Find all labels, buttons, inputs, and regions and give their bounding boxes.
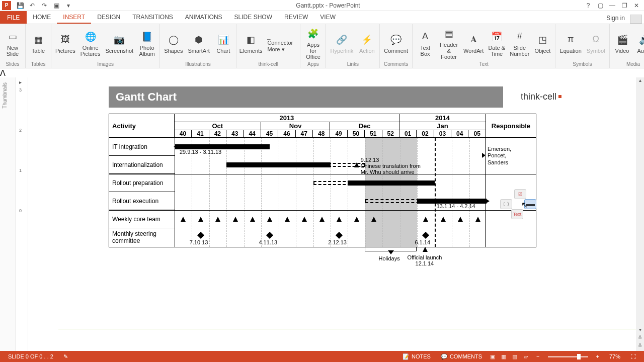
slide-area[interactable]: Gantt Chart think-cell Activity20132014R… bbox=[28, 77, 644, 351]
milestone-icon[interactable] bbox=[198, 217, 203, 222]
vertical-scrollbar[interactable]: ▴ ▾ ≙ ≚ bbox=[636, 77, 644, 351]
milestone-icon[interactable] bbox=[337, 217, 342, 222]
tab-animations[interactable]: ANIMATIONS bbox=[179, 12, 228, 24]
ribbon-group-tables: ▦TableTables bbox=[26, 24, 51, 68]
notes-button[interactable]: 📝 NOTES bbox=[397, 353, 436, 360]
tab-insert[interactable]: INSERT bbox=[57, 12, 91, 24]
text-box-button[interactable]: ATextBox bbox=[415, 29, 436, 58]
diamond-milestone-icon[interactable] bbox=[336, 232, 343, 239]
customize-qat-icon[interactable]: ▾ bbox=[64, 2, 72, 10]
tab-home[interactable]: HOME bbox=[27, 12, 57, 24]
collapse-ribbon-icon[interactable]: ᐱ bbox=[0, 69, 6, 77]
undo-icon[interactable]: ↶ bbox=[28, 2, 36, 10]
reading-view-icon[interactable]: ▤ bbox=[509, 352, 520, 360]
milestone-icon[interactable] bbox=[423, 217, 428, 222]
shapes-button[interactable]: ◯Shapes bbox=[162, 32, 185, 55]
tab-design[interactable]: DESIGN bbox=[91, 12, 126, 24]
equation-button[interactable]: πEquation bbox=[557, 32, 583, 55]
close-icon[interactable]: ✕ bbox=[632, 1, 641, 10]
thumbnails-pane[interactable]: Thumbnails ▸ bbox=[0, 77, 16, 351]
redo-icon[interactable]: ↷ bbox=[40, 2, 48, 10]
smartart-button[interactable]: ⬢SmartArt bbox=[186, 32, 211, 55]
gantt-bar[interactable] bbox=[348, 180, 434, 186]
object-button[interactable]: ◳Object bbox=[532, 32, 553, 55]
milestone-icon[interactable] bbox=[354, 217, 359, 222]
scroll-down-icon[interactable]: ▾ bbox=[636, 327, 644, 335]
zoom-in-icon[interactable]: + bbox=[591, 353, 604, 359]
restore-icon[interactable]: ❐ bbox=[620, 1, 629, 10]
radial-text-icon[interactable]: Text bbox=[511, 209, 523, 219]
milestone-icon[interactable] bbox=[215, 217, 220, 222]
prev-slide-icon[interactable]: ≙ bbox=[636, 335, 644, 343]
diamond-milestone-icon[interactable] bbox=[266, 232, 273, 239]
official-launch-milestone-icon[interactable] bbox=[423, 247, 428, 252]
tab-review[interactable]: REVIEW bbox=[278, 12, 314, 24]
think-cell-radial-menu[interactable]: ☑ 〔 〕 ▬▬ Text ↖ bbox=[500, 192, 540, 222]
milestone-icon[interactable] bbox=[233, 217, 238, 222]
radial-bracket-icon[interactable]: 〔 〕 bbox=[500, 199, 512, 209]
milestone-icon[interactable] bbox=[181, 217, 186, 222]
fit-to-window-icon[interactable]: ⛶ bbox=[625, 353, 641, 359]
milestone-icon[interactable] bbox=[371, 217, 376, 222]
photo-album-button[interactable]: 📘PhotoAlbum bbox=[136, 29, 157, 58]
new-slide-button[interactable]: ▭NewSlide bbox=[2, 29, 23, 58]
minimize-icon[interactable]: — bbox=[608, 1, 617, 10]
milestone-icon[interactable] bbox=[458, 217, 463, 222]
activity-label: Monthly steering committee bbox=[109, 228, 175, 246]
header-footer-button[interactable]: ▤Header& Footer bbox=[437, 26, 461, 61]
audio-button[interactable]: 🔊Audio bbox=[634, 32, 645, 55]
zoom-out-icon[interactable]: − bbox=[531, 353, 544, 359]
next-slide-icon[interactable]: ≚ bbox=[636, 343, 644, 351]
scroll-up-icon[interactable]: ▴ bbox=[636, 77, 644, 85]
gantt-chart[interactable]: Activity20132014ResponsibleOctNovDecJan4… bbox=[109, 114, 536, 267]
connector-button[interactable]: ⎯ Connector bbox=[267, 34, 295, 46]
tab-slide-show[interactable]: SLIDE SHOW bbox=[228, 12, 278, 24]
slideshow-view-icon[interactable]: ▱ bbox=[520, 352, 531, 360]
more-button[interactable]: More ▾ bbox=[267, 46, 295, 53]
radial-check-icon[interactable]: ☑ bbox=[514, 189, 526, 199]
ribbon-display-options-icon[interactable]: ▢ bbox=[596, 1, 605, 10]
symbol-button: ΩSymbol bbox=[585, 32, 607, 55]
milestone-icon[interactable] bbox=[441, 217, 446, 222]
online-pictures-button[interactable]: 🌐OnlinePictures bbox=[78, 29, 103, 58]
apps-for-office-icon: 🧩 bbox=[306, 27, 320, 41]
tab-transitions[interactable]: TRANSITIONS bbox=[126, 12, 179, 24]
comment-button[interactable]: 💬Comment bbox=[382, 32, 410, 55]
milestone-icon[interactable] bbox=[250, 217, 255, 222]
diamond-milestone-icon[interactable] bbox=[197, 232, 204, 239]
user-avatar[interactable] bbox=[630, 15, 642, 24]
holiday-band bbox=[365, 138, 417, 247]
pictures-button[interactable]: 🖼Pictures bbox=[53, 32, 77, 55]
start-from-beginning-icon[interactable]: ▣ bbox=[52, 2, 60, 10]
milestone-icon[interactable] bbox=[319, 217, 325, 222]
milestone-icon[interactable] bbox=[302, 217, 307, 222]
milestone-icon[interactable] bbox=[285, 217, 290, 222]
elements-button[interactable]: ◧Elements bbox=[238, 32, 264, 55]
spell-check-icon[interactable]: ✎ bbox=[58, 353, 73, 360]
zoom-slider[interactable] bbox=[548, 356, 588, 357]
photo-album-icon: 📘 bbox=[140, 30, 154, 44]
save-icon[interactable]: 💾 bbox=[16, 2, 24, 10]
milestone-icon[interactable] bbox=[267, 217, 272, 222]
milestone-icon[interactable] bbox=[475, 217, 480, 222]
zoom-level[interactable]: 77% bbox=[604, 353, 625, 359]
normal-view-icon[interactable]: ▣ bbox=[487, 352, 498, 360]
slide-number-button[interactable]: #SlideNumber bbox=[508, 29, 531, 58]
apps-for-office-button[interactable]: 🧩Apps forOffice bbox=[302, 26, 324, 61]
tab-view[interactable]: VIEW bbox=[314, 12, 342, 24]
file-tab[interactable]: FILE bbox=[0, 11, 27, 24]
help-icon[interactable]: ? bbox=[584, 1, 593, 10]
sign-in-link[interactable]: Sign in bbox=[601, 13, 630, 24]
diamond-milestone-icon[interactable] bbox=[422, 232, 429, 239]
table-button[interactable]: ▦Table bbox=[28, 32, 49, 55]
wordart-button[interactable]: 𝐀WordArt bbox=[462, 32, 485, 55]
comments-button[interactable]: 💬 COMMENTS bbox=[436, 353, 487, 360]
date-time-button[interactable]: 📅Date &Time bbox=[486, 29, 507, 58]
screenshot-button[interactable]: 📷Screenshot bbox=[104, 32, 136, 55]
video-button[interactable]: 🎬Video bbox=[612, 32, 633, 55]
audio-icon: 🔊 bbox=[637, 33, 645, 47]
activity-label: Rollout preparation bbox=[109, 174, 175, 192]
milestone-icon[interactable] bbox=[354, 162, 359, 167]
slide-sorter-view-icon[interactable]: ▦ bbox=[498, 352, 509, 360]
chart-button[interactable]: 📊Chart bbox=[213, 32, 234, 55]
